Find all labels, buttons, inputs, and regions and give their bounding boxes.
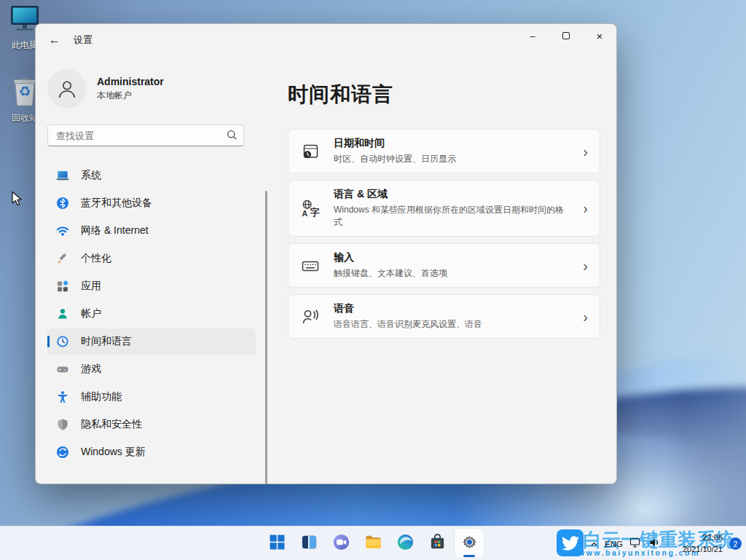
windows-update-icon [56, 446, 69, 459]
tray-language-indicator[interactable]: ENG [605, 540, 623, 548]
privacy-icon [56, 418, 69, 431]
card-subtitle: 时区、自动时钟设置、日历显示 [334, 153, 456, 165]
tray-clock[interactable]: 22:05 2021/10/21 [683, 532, 723, 555]
typing-icon [301, 256, 320, 275]
sidebar-item-windows-update[interactable]: Windows 更新 [47, 439, 256, 465]
chevron-right-icon: › [583, 200, 588, 217]
gaming-icon [56, 363, 69, 376]
tray-volume-icon[interactable] [648, 537, 660, 551]
card-title: 语音 [334, 302, 482, 315]
card-date-time[interactable]: 日期和时间 时区、自动时钟设置、日历显示 › [288, 129, 600, 173]
notification-badge[interactable]: 2 [729, 537, 742, 550]
network-icon [56, 224, 69, 237]
language-region-icon: 字 A [301, 199, 320, 218]
sidebar-item-network[interactable]: 网络 & Internet [47, 218, 256, 244]
personalization-icon [56, 252, 69, 265]
account-type: 本地帐户 [97, 90, 164, 102]
back-button[interactable]: ← [43, 30, 66, 50]
store-button[interactable] [423, 529, 452, 558]
apps-icon [56, 280, 69, 293]
settings-window: ← 设置 – × [35, 23, 617, 484]
search-icon [227, 130, 237, 143]
start-button[interactable] [262, 529, 291, 558]
card-speech[interactable]: 语音 语音语言、语音识别麦克风设置、语音 › [288, 294, 600, 339]
sidebar-item-time-language[interactable]: 时间和语言 [47, 328, 256, 355]
settings-gear-icon [460, 533, 479, 554]
settings-button[interactable] [455, 529, 484, 558]
chevron-right-icon: › [583, 143, 588, 159]
taskbar-buttons [262, 529, 484, 558]
account-section[interactable]: Administrator 本地帐户 [47, 69, 270, 109]
account-name: Administrator [97, 76, 164, 87]
card-subtitle: 触摸键盘、文本建议、首选项 [334, 267, 447, 280]
sidebar-item-label: 游戏 [81, 363, 101, 376]
sidebar-scrollbar[interactable] [265, 191, 267, 484]
main-content: 时间和语言 [270, 56, 616, 484]
chevron-right-icon: › [583, 308, 588, 325]
taskbar: 白云一键重装系统 www.baiyunxitong.com ENG [0, 526, 746, 560]
chevron-right-icon: › [583, 257, 588, 274]
chat-button[interactable] [326, 529, 356, 558]
avatar [47, 69, 87, 109]
sidebar-item-accounts[interactable]: 帐户 [47, 301, 256, 327]
sidebar-item-accessibility[interactable]: 辅助功能 [47, 384, 256, 410]
titlebar[interactable]: ← 设置 – × [36, 24, 616, 56]
window-title: 设置 [74, 33, 93, 47]
page-title: 时间和语言 [288, 81, 600, 109]
search-box[interactable] [47, 125, 244, 146]
tray-display-icon[interactable] [629, 537, 642, 551]
desktop: 此电脑 ♻ 回收站 ← 设置 – [0, 0, 746, 560]
tray-time: 22:05 [683, 532, 723, 543]
system-tray: ENG 22:05 2021/10/21 2 [590, 527, 742, 560]
sidebar-item-label: 系统 [81, 169, 101, 182]
file-explorer-icon [364, 533, 382, 554]
minimize-button[interactable]: – [516, 24, 549, 47]
sidebar-item-label: 时间和语言 [81, 335, 132, 348]
search-input[interactable] [47, 125, 244, 146]
sidebar-item-label: 应用 [81, 280, 101, 293]
file-explorer-button[interactable] [358, 529, 388, 558]
maximize-icon [562, 32, 570, 39]
recycle-symbol-icon: ♻ [18, 83, 31, 99]
system-icon [56, 169, 69, 182]
close-icon: × [597, 31, 603, 42]
accessibility-icon [56, 390, 69, 403]
tray-show-hidden-icons[interactable] [590, 540, 598, 551]
sidebar-nav: 系统 蓝牙和其他设备 [47, 162, 256, 465]
sidebar-item-label: 隐私和安全性 [81, 418, 142, 431]
sidebar-item-label: 个性化 [81, 252, 111, 265]
sidebar-item-bluetooth[interactable]: 蓝牙和其他设备 [47, 190, 256, 216]
store-icon [428, 533, 447, 554]
chat-icon [332, 533, 350, 554]
time-language-icon [56, 335, 69, 348]
windows-logo-icon [268, 533, 286, 554]
card-typing[interactable]: 输入 触摸键盘、文本建议、首选项 › [288, 243, 600, 288]
sidebar-item-label: 辅助功能 [81, 390, 122, 403]
sidebar-item-gaming[interactable]: 游戏 [47, 356, 256, 382]
card-title: 语言 & 区域 [334, 188, 568, 201]
tray-date: 2021/10/21 [683, 544, 723, 555]
sidebar-item-personalization[interactable]: 个性化 [47, 245, 256, 272]
sidebar-item-system[interactable]: 系统 [47, 162, 256, 189]
edge-icon [396, 533, 415, 554]
maximize-button[interactable] [549, 24, 583, 47]
card-subtitle: 语音语言、语音识别麦克风设置、语音 [334, 318, 482, 331]
edge-button[interactable] [390, 529, 420, 558]
back-arrow-icon: ← [49, 33, 60, 47]
sidebar-item-label: 蓝牙和其他设备 [81, 197, 152, 210]
bluetooth-icon [56, 197, 69, 210]
card-title: 输入 [334, 251, 447, 264]
mouse-cursor [10, 191, 25, 210]
card-language-region[interactable]: 字 A 语言 & 区域 Windows 和某些应用根据你所在的区域设置日期和时间… [288, 180, 600, 237]
card-subtitle: Windows 和某些应用根据你所在的区域设置日期和时间的格式 [334, 204, 568, 229]
sidebar-item-label: 网络 & Internet [81, 224, 149, 237]
svg-text:字: 字 [310, 207, 320, 218]
sidebar-item-privacy[interactable]: 隐私和安全性 [47, 411, 256, 438]
sidebar: Administrator 本地帐户 [36, 56, 270, 484]
speech-icon [301, 307, 320, 326]
sidebar-item-label: 帐户 [81, 307, 101, 320]
sidebar-item-apps[interactable]: 应用 [47, 273, 256, 299]
task-view-button[interactable] [294, 529, 323, 558]
svg-text:A: A [302, 209, 308, 218]
close-button[interactable]: × [583, 24, 616, 47]
